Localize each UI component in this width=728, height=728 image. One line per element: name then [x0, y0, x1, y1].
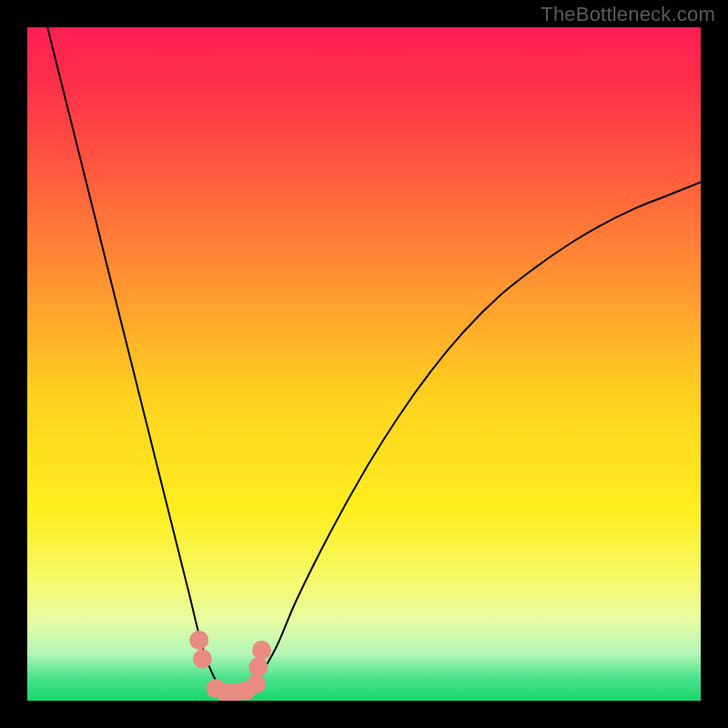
chart-frame: TheBottleneck.com [0, 0, 728, 728]
data-marker [189, 631, 208, 650]
bottleneck-chart [27, 27, 701, 701]
data-marker [252, 641, 271, 660]
data-marker [247, 674, 266, 693]
watermark-text: TheBottleneck.com [541, 3, 715, 26]
data-marker [193, 650, 212, 669]
gradient-background [27, 27, 701, 701]
data-marker [248, 658, 268, 677]
